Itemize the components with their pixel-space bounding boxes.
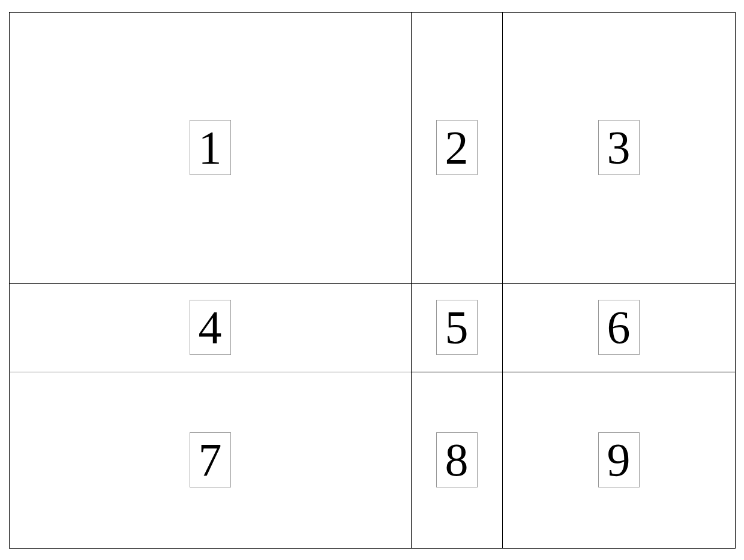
cell-7-label: 7 xyxy=(190,432,231,488)
cell-4: 4 xyxy=(9,283,412,372)
cell-8: 8 xyxy=(411,372,503,549)
cell-3: 3 xyxy=(502,12,736,284)
cell-6: 6 xyxy=(502,283,736,372)
cell-2: 2 xyxy=(411,12,503,284)
cell-2-label: 2 xyxy=(436,120,478,176)
cell-7: 7 xyxy=(9,372,412,549)
cell-8-label: 8 xyxy=(436,432,478,488)
cell-3-label: 3 xyxy=(598,120,640,176)
cell-9: 9 xyxy=(502,372,736,549)
grid: 1 2 3 4 5 6 7 8 9 xyxy=(9,12,735,548)
cell-4-label: 4 xyxy=(190,300,231,356)
cell-5: 5 xyxy=(411,283,503,372)
cell-9-label: 9 xyxy=(598,432,640,488)
cell-6-label: 6 xyxy=(598,300,640,356)
cell-1-label: 1 xyxy=(190,120,231,176)
cell-1: 1 xyxy=(9,12,412,284)
cell-5-label: 5 xyxy=(436,300,478,356)
